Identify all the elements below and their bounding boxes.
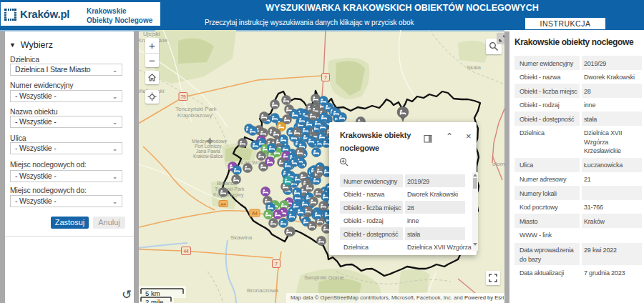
- svg-text:olomice: olomice: [492, 161, 504, 167]
- svg-text:7: 7: [275, 262, 278, 267]
- svg-text:79: 79: [180, 94, 186, 99]
- svg-text:Tenczyński Park: Tenczyński Park: [175, 106, 218, 112]
- svg-text:7: 7: [324, 75, 327, 80]
- svg-text:A4: A4: [252, 211, 258, 216]
- svg-text:Krajobrazowy: Krajobrazowy: [213, 192, 244, 198]
- svg-text:Skała: Skała: [467, 64, 482, 71]
- svg-text:Świątniki Górne: Świątniki Górne: [304, 274, 345, 281]
- svg-text:Kraków-Balice: Kraków-Balice: [193, 154, 223, 159]
- svg-text:Krajobrazowy: Krajobrazowy: [177, 112, 212, 119]
- svg-text:Jana Pawła: Jana Pawła: [196, 149, 220, 154]
- svg-text:Bronaczowa: Bronaczowa: [247, 287, 279, 294]
- svg-text:Ujejski: Ujejski: [143, 31, 160, 37]
- svg-text:A4: A4: [220, 202, 226, 207]
- svg-text:Skawina: Skawina: [230, 234, 253, 241]
- svg-text:44: 44: [183, 249, 189, 254]
